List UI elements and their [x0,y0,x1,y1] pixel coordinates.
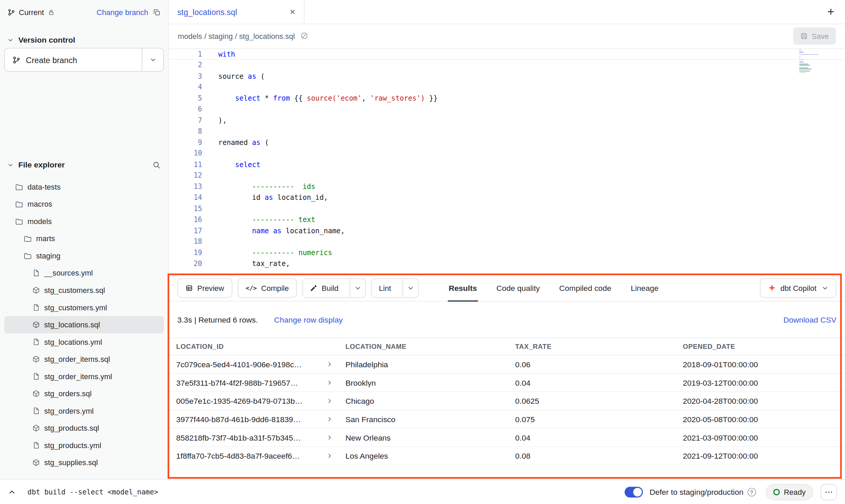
save-button[interactable]: Save [793,27,836,45]
code-line-5[interactable]: 5 select * from {{ source('ecom', 'raw_s… [169,93,845,104]
file-tree-item-macros[interactable]: macros [4,195,164,213]
current-branch[interactable]: Current [8,8,54,16]
folder-icon [15,217,23,225]
chevron-up-icon[interactable] [8,488,16,495]
search-icon[interactable] [153,161,161,169]
file-tree-item-data-tests[interactable]: data-tests [4,178,164,196]
result-row[interactable]: 3977f440-b87d-461b-9dd6-81839…San Franci… [169,410,845,429]
lint-main[interactable]: Lint [372,279,398,297]
code-line-4[interactable]: 4 [169,81,845,92]
change-row-display-link[interactable]: Change row display [274,315,343,324]
file-tree-item-stg-customers-sql[interactable]: stg_customers.sql [4,282,164,299]
code-line-9[interactable]: 9renamed as ( [169,137,845,148]
dbt-copilot-button[interactable]: dbt Copilot [760,278,836,298]
copy-icon[interactable] [153,8,160,16]
code-line-17[interactable]: 17 name as location_name, [169,225,845,236]
build-main[interactable]: Build [303,279,345,297]
file-tree-item-stg-supplies-sql[interactable]: stg_supplies.sql [4,454,164,471]
file-tree-item-stg-orders-sql[interactable]: stg_orders.sql [4,385,164,402]
file-name: stg_orders.yml [44,406,94,415]
file-tree-item-stg-order-items-yml[interactable]: stg_order_items.yml [4,368,164,385]
help-icon[interactable]: ? [747,488,756,496]
preview-button[interactable]: Preview [177,278,232,298]
file-tree-item-stg-customers-yml[interactable]: stg_customers.yml [4,299,164,316]
code-line-6[interactable]: 6 [169,104,845,115]
file-name: stg_orders.sql [44,389,91,398]
file-tree-item-stg-products-yml[interactable]: stg_products.yml [4,437,164,454]
file-tree-item-stg-orders-yml[interactable]: stg_orders.yml [4,402,164,420]
create-branch-main[interactable]: Create branch [5,48,142,71]
more-menu-button[interactable]: ⋯ [821,484,837,500]
close-tab-icon[interactable]: × [290,7,296,17]
minimap-line [799,54,819,55]
build-dropdown-chevron[interactable] [350,279,366,297]
code-line-16[interactable]: 16 ---------- text [169,214,845,225]
result-row[interactable]: 1f8ffa70-7cb5-4d83-8a7f-9aceef6…Los Ange… [169,447,845,465]
expand-row-chevron-icon[interactable] [327,434,332,440]
expand-row-chevron-icon[interactable] [327,380,332,385]
file-tree-item-stg-locations-sql[interactable]: stg_locations.sql [4,316,164,333]
lint-button[interactable]: Lint [371,278,418,298]
change-branch-link[interactable]: Change branch [97,8,148,16]
dbt-cloud-ide: Current Change branch Version control Cr… [0,0,845,504]
code-line-15[interactable]: 15 [169,203,845,214]
code-line-8[interactable]: 8 [169,126,845,137]
code-line-11[interactable]: 11 select [169,159,845,170]
new-tab-button[interactable]: + [827,6,834,18]
code-text: select [218,160,261,168]
file-tree-item-marts[interactable]: marts [4,230,164,247]
file-tree-item-stg-locations-yml[interactable]: stg_locations.yml [4,333,164,351]
result-row[interactable]: 7c079cea-5ed4-4101-906e-9198c…Philadelph… [169,355,845,374]
code-editor[interactable]: 1with23source as (45 select * from {{ so… [169,47,845,275]
code-line-19[interactable]: 19 ---------- numerics [169,247,845,258]
code-line-20[interactable]: 20 tax_rate, [169,258,845,269]
results-tab-results[interactable]: Results [439,275,487,301]
table-cell: 0.06 [508,360,675,369]
file-tree-item-stg-order-items-sql[interactable]: stg_order_items.sql [4,351,164,368]
file-explorer-header[interactable]: File explorer [0,157,168,173]
expand-row-chevron-icon[interactable] [327,361,332,367]
code-line-7[interactable]: 7), [169,115,845,125]
line-number: 7 [169,116,202,124]
file-tree-item--sources-yml[interactable]: __sources.yml [4,264,164,282]
code-line-3[interactable]: 3source as ( [169,71,845,81]
column-header-location_id: LOCATION_ID [169,343,338,350]
version-control-header[interactable]: Version control [0,32,168,48]
preview-table-icon [185,284,193,292]
results-tab-compiled-code[interactable]: Compiled code [549,275,621,301]
results-tab-code-quality[interactable]: Code quality [487,275,549,301]
build-command-text: dbt build --select <model_name> [28,488,158,496]
code-line-2[interactable]: 2 [169,59,845,70]
compile-button[interactable]: </> Compile [238,278,297,298]
code-line-13[interactable]: 13 ---------- ids [169,181,845,192]
code-line-10[interactable]: 10 [169,148,845,159]
create-branch-dropdown[interactable] [142,48,163,71]
result-row[interactable]: 37e5f311-b7f4-4f2f-988b-719657…Brooklyn0… [169,374,845,392]
file-name: macros [28,200,52,208]
file-tree-item-stg-products-sql[interactable]: stg_products.sql [4,419,164,437]
ide-status-button[interactable]: Ready [765,484,813,500]
ready-ring-icon [773,489,779,495]
defer-toggle[interactable] [625,487,643,498]
expand-row-chevron-icon[interactable] [327,398,332,404]
expand-row-chevron-icon[interactable] [327,453,332,459]
compile-status-icon [300,32,309,40]
lint-dropdown-chevron[interactable] [402,279,418,297]
minimap[interactable] [799,49,821,73]
tab-stg-locations-sql[interactable]: stg_locations.sql × [169,0,304,24]
code-line-18[interactable]: 18 [169,236,845,247]
breadcrumb-row: models / staging / stg_locations.sql Sav… [169,24,845,47]
expand-row-chevron-icon[interactable] [327,416,332,422]
code-line-1[interactable]: 1with [169,48,845,59]
download-csv-link[interactable]: Download CSV [783,315,836,324]
code-line-12[interactable]: 12 [169,170,845,181]
create-branch-button[interactable]: Create branch [4,48,164,72]
file-tree-item-models[interactable]: models [4,213,164,230]
minimap-line [799,64,808,65]
result-row[interactable]: 005e7e1c-1935-4269-b479-0713b…Chicago0.0… [169,392,845,411]
file-tree-item-staging[interactable]: staging [4,247,164,265]
build-button[interactable]: Build [302,278,366,298]
code-line-14[interactable]: 14 id as location_id, [169,192,845,203]
results-tab-lineage[interactable]: Lineage [621,275,668,301]
result-row[interactable]: 858218fb-73f7-4b1b-a31f-57b345…New Orlea… [169,429,845,447]
